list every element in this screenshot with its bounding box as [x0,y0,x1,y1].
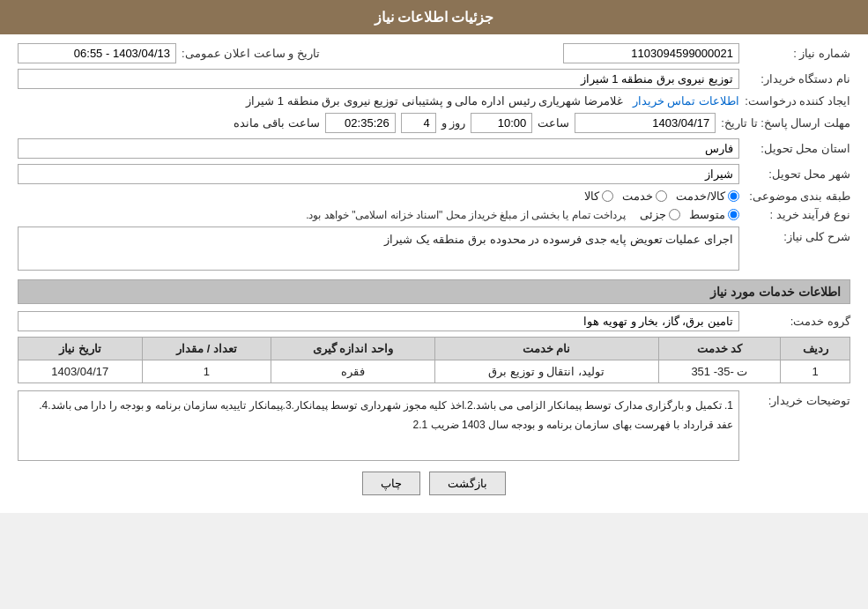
ostan-label: استان محل تحویل: [745,142,850,155]
radio-jozii[interactable] [669,209,680,220]
sharh-value: اجرای عملیات تعویض پایه جدی فرسوده در مح… [384,233,733,246]
row-shahr: شهر محل تحویل: [18,164,850,184]
sharh-box: اجرای عملیات تعویض پایه جدی فرسوده در مح… [18,227,739,271]
radio-kala-khadamat[interactable] [728,190,739,202]
radio-motavasset-item: متوسط [689,208,739,221]
nam-dastgah-input[interactable] [18,69,739,89]
tawsif-label: توضیحات خریدار: [745,390,850,407]
radio-kala-khadamat-label: کالا/خدمت [676,189,725,203]
radio-motavasset-label: متوسط [689,208,725,221]
col-radif: ردیف [781,338,850,360]
table-row: 1 ت -35- 351 تولید، انتقال و توزیع برق ف… [19,360,850,383]
section2-title: اطلاعات خدمات مورد نیاز [18,279,850,304]
row-tabaqe: طبقه بندی موضوعی: کالا/خدمت خدمت کالا [18,189,850,203]
row-sharh: شرح کلی نیاز: اجرای عملیات تعویض پایه جد… [18,227,850,271]
creator-value: غلامرضا شهریاری رئیس اداره مالی و پشتیبا… [246,94,623,108]
services-table: ردیف کد خدمت نام خدمت واحد اندازه گیری ت… [18,337,850,383]
col-kod: کد خدمت [658,338,781,360]
row-grouh: گروه خدمت: [18,311,850,331]
table-body: 1 ت -35- 351 تولید، انتقال و توزیع برق ف… [19,360,850,383]
radio-motavasset[interactable] [728,209,739,220]
mohlat-time-input[interactable] [471,113,532,133]
cell-tarikh: 1403/04/17 [19,360,143,383]
radio-kala-label: کالا [584,189,599,203]
tarikh-label: تاریخ و ساعت اعلان عمومی: [182,47,320,60]
row-creator: ایجاد کننده درخواست: اطلاعات تماس خریدار… [18,94,850,108]
cell-vahed: فقره [271,360,434,383]
creator-link[interactable]: اطلاعات تماس خریدار [633,94,739,108]
table-header-row: ردیف کد خدمت نام خدمت واحد اندازه گیری ت… [19,338,850,360]
row-nam-dastgah: نام دستگاه خریدار: [18,69,850,89]
page-title: جزئیات اطلاعات نیاز [375,10,494,25]
cell-tedad: 1 [142,360,271,383]
tawsif-value: 1. تکمیل و بارگزاری مدارک توسط پیمانکار … [39,399,733,431]
mohlat-date-input[interactable] [575,113,716,133]
button-row: بازگشت چاپ [18,472,850,495]
grouh-input[interactable] [18,311,739,331]
cell-kod: ت -35- 351 [658,360,781,383]
row-ostan: استان محل تحویل: [18,138,850,159]
farayand-radio-group: متوسط جزئی [640,208,739,221]
shomara-label: شماره نیاز : [745,47,850,60]
radio-khadamat-item: خدمت [622,189,667,203]
shomara-input[interactable] [563,43,739,63]
noe-farayand-label: نوع فرآیند خرید : [745,208,850,221]
shahr-label: شهر محل تحویل: [745,167,850,181]
tarikh-input[interactable] [18,43,176,63]
radio-jozii-item: جزئی [640,208,680,221]
cell-nam: تولید، انتقال و توزیع برق [434,360,658,383]
radio-kala-item: کالا [584,189,613,203]
tawsif-box: 1. تکمیل و بارگزاری مدارک توسط پیمانکار … [18,390,739,461]
col-nam: نام خدمت [434,338,658,360]
page-header: جزئیات اطلاعات نیاز [0,0,868,34]
radio-kala-khadamat-item: کالا/خدمت [676,189,739,203]
mohlat-label: مهلت ارسال پاسخ: تا تاریخ: [721,116,850,130]
cell-radif: 1 [781,360,850,383]
mohlat-time-label: ساعت [538,116,569,130]
radio-khadamat-label: خدمت [622,189,653,203]
btn-bazgasht[interactable]: بازگشت [429,472,506,495]
shahr-input[interactable] [18,164,739,184]
creator-label: ایجاد کننده درخواست: [745,94,850,108]
content-area: شماره نیاز : تاریخ و ساعت اعلان عمومی: ن… [0,34,868,513]
col-vahed: واحد اندازه گیری [271,338,434,360]
sharh-label: شرح کلی نیاز: [745,227,850,243]
radio-jozii-label: جزئی [640,208,666,221]
mohlat-roz-input[interactable] [401,113,436,133]
nam-dastgah-label: نام دستگاه خریدار: [745,72,850,85]
col-tedad: تعداد / مقدار [142,338,271,360]
row-farayand: نوع فرآیند خرید : متوسط جزئی پرداخت تمام… [18,208,850,221]
page-wrapper: جزئیات اطلاعات نیاز شماره نیاز : تاریخ و… [0,0,868,513]
col-tarikh: تاریخ نیاز [19,338,143,360]
mohlat-roz-label: روز و [441,116,466,130]
mohlat-saat-mande-label: ساعت باقی مانده [234,116,319,130]
row-tawsif: توضیحات خریدار: 1. تکمیل و بارگزاری مدار… [18,390,850,461]
ostan-input[interactable] [18,138,739,159]
radio-khadamat[interactable] [656,190,667,202]
mohlat-countdown-input[interactable] [325,113,396,133]
tabaqe-radio-group: کالا/خدمت خدمت کالا [584,189,739,203]
table-head: ردیف کد خدمت نام خدمت واحد اندازه گیری ت… [19,338,850,360]
row-mohlat: مهلت ارسال پاسخ: تا تاریخ: ساعت روز و سا… [18,113,850,133]
tabaqe-label: طبقه بندی موضوعی: [745,189,850,203]
grouh-label: گروه خدمت: [745,315,850,328]
radio-kala[interactable] [602,190,613,202]
farayand-note: پرداخت تمام یا بخشی از مبلغ خریداز محل "… [18,209,626,221]
row-shomara: شماره نیاز : تاریخ و ساعت اعلان عمومی: [18,43,850,63]
btn-chap[interactable]: چاپ [362,472,420,495]
